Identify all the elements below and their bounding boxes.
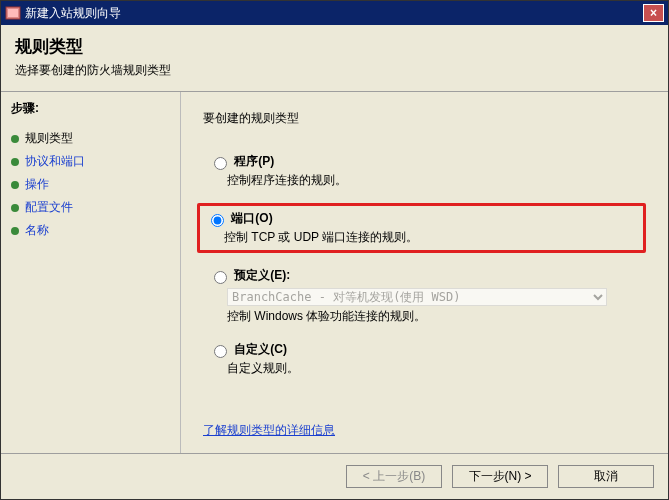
option-label: 程序(P)	[234, 154, 274, 168]
radio-program[interactable]	[214, 157, 227, 170]
option-program[interactable]: 程序(P) 控制程序连接的规则。	[203, 151, 646, 191]
main-panel: 要创建的规则类型 程序(P) 控制程序连接的规则。 端口(O) 控制 TCP 或…	[181, 92, 668, 453]
bullet-icon	[11, 135, 19, 143]
radio-port[interactable]	[211, 214, 224, 227]
sidebar-item-profile[interactable]: 配置文件	[11, 196, 170, 219]
titlebar: 新建入站规则向导 ×	[1, 1, 668, 25]
page-description: 选择要创建的防火墙规则类型	[15, 62, 654, 79]
radio-predefined[interactable]	[214, 271, 227, 284]
option-custom[interactable]: 自定义(C) 自定义规则。	[203, 339, 646, 379]
bullet-icon	[11, 181, 19, 189]
sidebar-item-label: 规则类型	[25, 130, 73, 147]
option-port[interactable]: 端口(O) 控制 TCP 或 UDP 端口连接的规则。	[197, 203, 646, 253]
radio-custom[interactable]	[214, 345, 227, 358]
sidebar: 步骤: 规则类型 协议和端口 操作 配置文件	[1, 92, 181, 453]
sidebar-item-name[interactable]: 名称	[11, 219, 170, 242]
sidebar-item-label: 配置文件	[25, 199, 73, 216]
option-label: 预定义(E):	[234, 268, 290, 282]
option-desc: 自定义规则。	[227, 360, 640, 377]
option-desc: 控制 Windows 体验功能连接的规则。	[227, 308, 640, 325]
sidebar-item-protocol-port[interactable]: 协议和端口	[11, 150, 170, 173]
option-predefined[interactable]: 预定义(E): BranchCache - 对等机发现(使用 WSD) 控制 W…	[203, 265, 646, 327]
close-button[interactable]: ×	[643, 4, 664, 22]
sidebar-item-action[interactable]: 操作	[11, 173, 170, 196]
svg-rect-1	[8, 9, 18, 17]
bullet-icon	[11, 204, 19, 212]
window-title: 新建入站规则向导	[25, 5, 121, 22]
option-label: 自定义(C)	[234, 342, 287, 356]
sidebar-item-label: 协议和端口	[25, 153, 85, 170]
page-title: 规则类型	[15, 35, 654, 58]
back-button: < 上一步(B)	[346, 465, 442, 488]
learn-more-link[interactable]: 了解规则类型的详细信息	[203, 422, 646, 439]
sidebar-title: 步骤:	[11, 100, 170, 117]
app-icon	[5, 5, 21, 21]
sidebar-item-rule-type[interactable]: 规则类型	[11, 127, 170, 150]
footer: < 上一步(B) 下一步(N) > 取消	[1, 453, 668, 499]
header-area: 规则类型 选择要创建的防火墙规则类型	[1, 25, 668, 92]
predefined-select: BranchCache - 对等机发现(使用 WSD)	[227, 288, 607, 306]
option-desc: 控制 TCP 或 UDP 端口连接的规则。	[224, 229, 637, 246]
bullet-icon	[11, 158, 19, 166]
option-label: 端口(O)	[231, 211, 272, 225]
sidebar-item-label: 操作	[25, 176, 49, 193]
body-area: 步骤: 规则类型 协议和端口 操作 配置文件	[1, 92, 668, 453]
next-button[interactable]: 下一步(N) >	[452, 465, 548, 488]
bullet-icon	[11, 227, 19, 235]
option-desc: 控制程序连接的规则。	[227, 172, 640, 189]
cancel-button[interactable]: 取消	[558, 465, 654, 488]
main-heading: 要创建的规则类型	[203, 110, 646, 127]
sidebar-item-label: 名称	[25, 222, 49, 239]
wizard-window: 新建入站规则向导 × 规则类型 选择要创建的防火墙规则类型 步骤: 规则类型 协…	[0, 0, 669, 500]
